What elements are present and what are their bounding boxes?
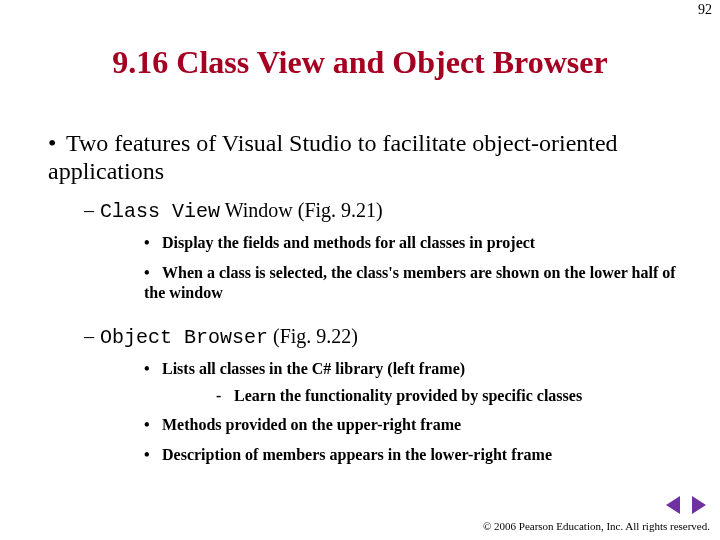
l3-text: When a class is selected, the class's me… [144,264,676,301]
bullet-l2-class-view: –Class View Window (Fig. 9.21) [84,199,680,223]
code-term-object-browser: Object Browser [100,326,268,349]
l3-text: Methods provided on the upper-right fram… [162,416,461,433]
bullet-l1: •Two features of Visual Studio to facili… [48,130,680,185]
l4-text: Learn the functionality provided by spec… [234,387,582,404]
slide: 92 9.16 Class View and Object Browser •T… [0,0,720,540]
bullet-l3: •Methods provided on the upper-right fra… [144,415,680,435]
bullet-l3: •When a class is selected, the class's m… [144,263,680,303]
l3-text: Lists all classes in the C# library (lef… [162,360,465,377]
next-icon[interactable] [692,496,706,514]
page-number: 92 [698,2,712,18]
bullet-l2-object-browser: –Object Browser (Fig. 9.22) [84,325,680,349]
prev-icon[interactable] [666,496,680,514]
window-text-2: (Fig. 9.22) [268,325,358,347]
l3-text: Display the fields and methods for all c… [162,234,535,251]
bullet-l3: •Display the fields and methods for all … [144,233,680,253]
slide-title: 9.16 Class View and Object Browser [0,44,720,81]
bullet-l4: -Learn the functionality provided by spe… [216,387,680,405]
bullet-l1-text: Two features of Visual Studio to facilit… [48,130,618,184]
bullet-l3: •Description of members appears in the l… [144,445,680,465]
bullet-l3: •Lists all classes in the C# library (le… [144,359,680,379]
l3-text: Description of members appears in the lo… [162,446,552,463]
window-text-1: Window (Fig. 9.21) [220,199,383,221]
code-term-class-view: Class View [100,200,220,223]
copyright-footer: © 2006 Pearson Education, Inc. All right… [483,520,710,532]
slide-body: •Two features of Visual Studio to facili… [48,130,680,469]
